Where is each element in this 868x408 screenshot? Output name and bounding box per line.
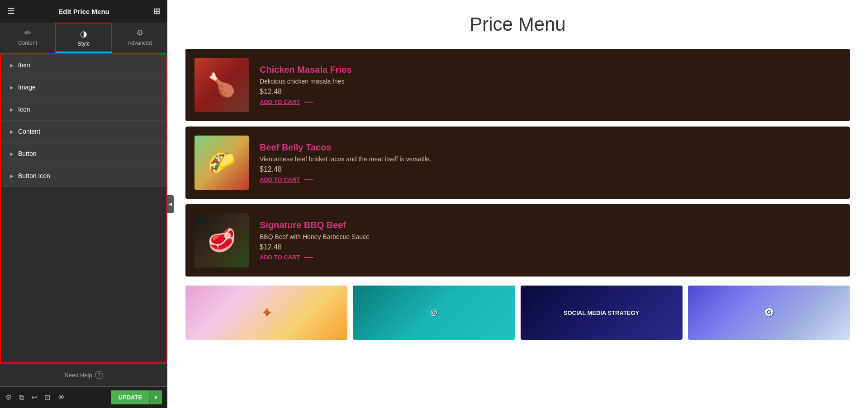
menu-item-details-2: Beef Belly Tacos Vientamese beef brisket… [260,136,841,190]
menu-item-name-3: Signature BBQ Beef [260,220,841,230]
menu-item-image-3: 🥩 [194,213,249,267]
pencil-icon: ✏ [24,28,31,38]
need-help-label: Need Help [64,372,92,379]
panel-title: Edit Price Menu [58,8,109,15]
grid-icon[interactable]: ⊞ [153,6,160,16]
chevron-right-icon-3: ▶ [10,107,14,112]
add-to-cart-button-1[interactable]: ADD TO CART [260,98,313,105]
thumbnail-label-4: ⚙ [696,306,842,319]
tab-style[interactable]: ◑ Style [55,23,112,53]
menu-item-beef-tacos: 🌮 Beef Belly Tacos Vientamese beef brisk… [185,127,850,199]
chevron-right-icon-2: ▶ [10,85,14,90]
update-dropdown-button[interactable]: ▼ [150,390,162,404]
style-icon: ◑ [80,29,87,39]
menu-item-name-2: Beef Belly Tacos [260,142,841,153]
tab-style-label: Style [78,41,90,47]
menu-item-image-2: 🌮 [194,136,249,190]
thumbnail-row: ✦ @ SOCIAL MEDIA STRATEGY ⚙ [185,286,850,340]
bottom-toolbar: ⚙ ⧉ ↩ ⊡ 👁 UPDATE ▼ [0,386,167,408]
menu-item-name-1: Chicken Masala Fries [260,65,841,75]
thumbnail-4[interactable]: ⚙ [688,286,850,340]
hamburger-icon[interactable]: ☰ [7,6,14,16]
accordion-header-item[interactable]: ▶ Item [1,54,166,76]
cart-underline-3 [304,257,313,258]
settings-icon[interactable]: ⚙ [5,393,12,402]
accordion-item-image: ▶ Image [1,76,166,98]
accordion: ▶ Item ▶ Image ▶ Icon ▶ Content ▶ [0,53,167,363]
accordion-header-content[interactable]: ▶ Content [1,121,166,142]
tab-content-label: Content [18,40,37,46]
chevron-right-icon: ▶ [10,63,14,68]
accordion-item-icon: ▶ Icon [1,98,166,121]
accordion-item-item: ▶ Item [1,54,166,76]
thumbnail-1[interactable]: ✦ [185,286,347,340]
tab-advanced[interactable]: ⚙ Advanced [112,23,167,53]
accordion-icon-label: Icon [18,106,30,113]
chevron-right-icon-5: ▶ [10,151,14,156]
thumbnail-label-3: SOCIAL MEDIA STRATEGY [528,310,674,316]
responsive-icon[interactable]: ⊡ [44,393,50,402]
cart-underline-2 [304,179,313,180]
update-button-group: UPDATE ▼ [111,390,162,404]
undo-icon[interactable]: ↩ [31,393,37,402]
menu-item-price-1: $12.48 [260,88,841,96]
tab-advanced-label: Advanced [128,40,152,46]
gear-icon: ⚙ [136,28,143,38]
accordion-image-label: Image [18,84,36,91]
menu-item-bbq-beef: 🥩 Signature BBQ Beef BBQ Beef with Honey… [185,204,850,277]
accordion-item-button-icon: ▶ Button Icon [1,165,166,187]
main-content: Price Menu 🍗 Chicken Masala Fries Delici… [167,0,868,408]
thumbnail-3[interactable]: SOCIAL MEDIA STRATEGY [521,286,683,340]
tab-content[interactable]: ✏ Content [0,23,55,53]
add-to-cart-button-3[interactable]: ADD TO CART [260,254,313,261]
accordion-button-icon-label: Button Icon [18,172,50,179]
help-icon[interactable]: ? [95,371,103,379]
accordion-header-button-icon[interactable]: ▶ Button Icon [1,165,166,187]
accordion-button-label: Button [18,150,36,157]
menu-item-chicken: 🍗 Chicken Masala Fries Delicious chicken… [185,49,850,121]
accordion-item-label: Item [18,61,30,69]
menu-item-desc-1: Delicious chicken masala fries [260,78,841,85]
chevron-right-icon-6: ▶ [10,174,14,178]
menu-item-details-1: Chicken Masala Fries Delicious chicken m… [260,58,841,112]
thumbnail-2[interactable]: @ [353,286,515,340]
update-button[interactable]: UPDATE [111,390,150,404]
accordion-header-icon[interactable]: ▶ Icon [1,98,166,120]
chevron-right-icon-4: ▶ [10,129,14,134]
menu-item-image-1: 🍗 [194,58,249,112]
menu-item-details-3: Signature BBQ Beef BBQ Beef with Honey B… [260,213,841,267]
accordion-header-button[interactable]: ▶ Button [1,143,166,164]
accordion-content-label: Content [18,128,40,135]
menu-item-desc-3: BBQ Beef with Honey Barbecue Sauce [260,233,841,240]
thumbnail-label-1: ✦ [194,306,339,319]
accordion-item-button: ▶ Button [1,143,166,165]
panel-header: ☰ Edit Price Menu ⊞ [0,0,167,23]
menu-item-price-2: $12.48 [260,165,841,174]
thumbnail-label-2: @ [361,309,507,317]
accordion-item-content: ▶ Content [1,121,166,143]
accordion-header-image[interactable]: ▶ Image [1,76,166,98]
left-panel: ☰ Edit Price Menu ⊞ ✏ Content ◑ Style ⚙ … [0,0,167,408]
cart-underline-1 [304,102,313,103]
panel-bottom: Need Help ? [0,363,167,386]
layers-icon[interactable]: ⧉ [19,394,24,402]
add-to-cart-button-2[interactable]: ADD TO CART [260,176,313,183]
page-title: Price Menu [185,14,850,35]
menu-item-price-3: $12.48 [260,243,841,251]
menu-item-desc-2: Vientamese beef brisket tacos and the me… [260,155,841,163]
panel-tabs: ✏ Content ◑ Style ⚙ Advanced [0,23,167,53]
collapse-panel-button[interactable]: ◀ [167,195,174,213]
eye-icon[interactable]: 👁 [57,394,65,402]
